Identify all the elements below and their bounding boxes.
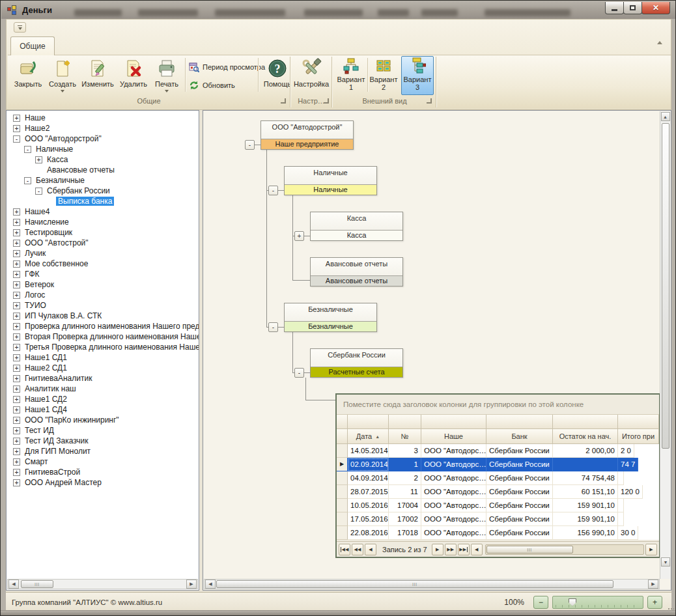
tree-item[interactable]: +Наше2 — [7, 123, 199, 133]
row-indicator[interactable] — [337, 444, 348, 458]
cell-date[interactable]: 10.05.2016 — [348, 499, 389, 512]
create-button[interactable]: Создать — [46, 57, 79, 94]
tree-item[interactable]: +Тестировщик — [7, 227, 199, 238]
tree-item[interactable]: +ГнитиеваСтрой — [7, 467, 199, 477]
column-header-total[interactable]: Итого при — [618, 429, 659, 444]
tree-item[interactable]: +Проверка длинного наименования Нашего п… — [7, 321, 199, 331]
cell-date[interactable]: 22.08.2016 — [348, 526, 389, 540]
tree-item[interactable]: +ТУИО — [7, 300, 199, 311]
chart-node-noncash[interactable]: Безналичные Безналичные — [284, 303, 377, 332]
tree-item[interactable]: -ООО "Автодорстрой" — [7, 133, 199, 144]
scroll-right-arrow[interactable]: ▶ — [186, 580, 197, 589]
tree-item[interactable]: +Ветерок — [7, 279, 199, 290]
cell-our[interactable]: ООО "Автодорс… — [421, 458, 486, 471]
expand-icon[interactable]: + — [13, 302, 20, 309]
cell-number[interactable]: 17018 — [389, 526, 421, 540]
expand-icon[interactable]: + — [13, 229, 20, 236]
cell-number[interactable]: 17002 — [389, 512, 421, 526]
expand-icon[interactable]: + — [13, 354, 20, 361]
cell-balance[interactable]: 159 901,10 — [553, 499, 618, 512]
dialog-launcher-icon[interactable] — [324, 98, 329, 104]
column-header-number[interactable]: № — [389, 429, 421, 444]
chart-node-advance-reports[interactable]: Авансовые отчеты Авансовые отчеты — [310, 257, 403, 287]
cell-total[interactable] — [618, 471, 624, 485]
tree-item[interactable]: +ООО Андрей Мастер — [7, 477, 199, 488]
tree-item[interactable]: +Начисление — [7, 217, 199, 227]
cell-our[interactable]: ООО "Автодорс… — [421, 471, 486, 485]
cell-number[interactable]: 3 — [389, 444, 421, 458]
cell-date[interactable]: 28.07.2015 — [348, 485, 389, 499]
expand-icon[interactable]: + — [13, 438, 20, 445]
grid-group-panel[interactable]: Поместите сюда заголовок колонки для гру… — [337, 395, 659, 415]
cell-number[interactable]: 17004 — [389, 499, 421, 512]
expand-icon[interactable]: + — [13, 115, 20, 122]
cell-date[interactable]: 14.05.2014 — [348, 444, 389, 458]
ribbon-collapse-button[interactable] — [655, 41, 664, 48]
cell-total[interactable] — [618, 499, 624, 512]
tree-item[interactable]: +ГФК — [7, 269, 199, 279]
cell-total[interactable]: 2 0 — [618, 444, 634, 458]
title-bar[interactable]: Деньги ✕ — [1, 1, 676, 19]
tree-item[interactable]: +ООО "Автострой" — [7, 238, 199, 248]
maximize-button[interactable] — [623, 2, 642, 14]
expand-icon[interactable]: + — [13, 406, 20, 413]
cell-total[interactable]: 74 7 — [618, 458, 638, 471]
scrollbar-thumb[interactable]: lll — [21, 580, 53, 588]
expand-icon[interactable]: + — [13, 281, 20, 288]
refresh-button[interactable]: Обновить — [189, 79, 235, 92]
nav-next-page-button[interactable]: ▶▶ — [445, 544, 457, 555]
tab-obshchie[interactable]: Общие — [10, 36, 55, 55]
tree-item[interactable]: +Аналитик наш — [7, 384, 199, 394]
row-indicator[interactable] — [337, 526, 348, 540]
cell-date[interactable]: 02.09.2014 — [348, 458, 389, 471]
cell-total[interactable]: 30 0 — [618, 526, 638, 540]
cell-our[interactable]: ООО "Автодорс… — [421, 499, 486, 512]
collapse-icon[interactable]: - — [24, 177, 31, 184]
scroll-left-arrow[interactable]: ◀ — [8, 580, 19, 589]
cell-our[interactable]: ООО "Автодорс… — [421, 512, 486, 526]
expand-icon[interactable]: + — [13, 365, 20, 372]
column-header-bank[interactable]: Банк — [486, 429, 553, 444]
tree-item[interactable]: Авансовые отчеты — [7, 165, 199, 175]
close-button[interactable]: ✕ — [641, 2, 670, 14]
tree-item[interactable]: -Сбербанк России — [7, 186, 199, 196]
expand-icon[interactable]: + — [13, 250, 20, 257]
zoom-slider[interactable] — [552, 596, 643, 609]
variant-3-button[interactable]: Вариант 3 — [401, 56, 434, 95]
cell-total[interactable]: 120 0 — [618, 485, 643, 499]
cell-our[interactable]: ООО "Автодорс… — [421, 526, 486, 540]
minimize-button[interactable] — [605, 2, 624, 14]
expand-icon[interactable]: + — [13, 208, 20, 216]
tree-horizontal-scrollbar[interactable]: ◀ lll ▶ — [7, 579, 198, 589]
nav-next-button[interactable]: ▶ — [432, 544, 444, 555]
column-header-our[interactable]: Наше — [421, 429, 486, 444]
table-row[interactable]: 10.05.201617004ООО "Автодорс…Сбербанк Ро… — [337, 499, 659, 512]
tree-item[interactable]: +Тест ИД Заказчик — [7, 436, 199, 446]
tree-item[interactable]: -Наличные — [7, 144, 199, 154]
cell-balance[interactable]: 60 151,10 — [553, 485, 618, 499]
expand-icon[interactable]: + — [13, 333, 20, 341]
diagram-vertical-scrollbar[interactable]: ▲ ▼ — [660, 111, 670, 579]
expand-icon[interactable]: + — [13, 448, 20, 455]
cell-bank[interactable]: Сбербанк России — [486, 471, 553, 485]
row-indicator[interactable] — [337, 499, 348, 512]
close-view-button[interactable]: Закрыть — [10, 57, 46, 94]
cell-bank[interactable]: Сбербанк России — [486, 458, 553, 471]
cell-our[interactable]: ООО "Автодорс… — [421, 485, 486, 499]
variant-2-button[interactable]: Вариант 2 — [369, 57, 399, 93]
expand-icon[interactable]: + — [13, 344, 20, 351]
expand-icon[interactable]: + — [13, 396, 20, 403]
tree-item[interactable]: +Смарт — [7, 456, 199, 467]
tree-item[interactable]: +ООО "ПарКо инжиниринг" — [7, 415, 199, 425]
nav-prev-page-button[interactable]: ◀◀ — [352, 544, 363, 555]
edit-button[interactable]: Изменить — [79, 57, 116, 94]
tree-item[interactable]: Выписка банка — [7, 196, 199, 206]
delete-button[interactable]: Удалить — [116, 57, 151, 94]
grid-scroll-right-arrow[interactable]: ▶ — [645, 544, 657, 555]
cell-total[interactable] — [618, 512, 624, 526]
variant-1-button[interactable]: Вариант 1 — [336, 57, 366, 93]
print-button[interactable]: Печать — [151, 57, 182, 94]
node-collapse-toggle[interactable]: - — [294, 368, 304, 378]
tree-item[interactable]: +Касса — [7, 154, 199, 165]
cell-number[interactable]: 2 — [389, 471, 421, 485]
